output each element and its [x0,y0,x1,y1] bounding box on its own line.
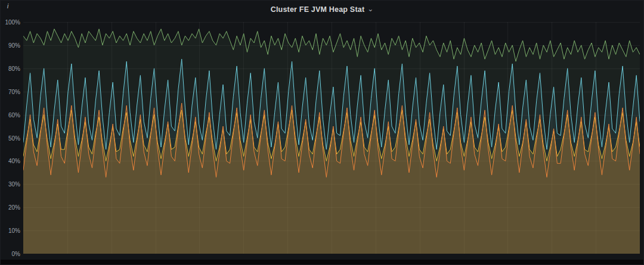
y-axis-label: 50% [1,135,20,142]
chart-plot-region: 100%90%80%70%60%50%40%30%20%10%0% [1,1,643,264]
y-axis-label: 80% [1,66,20,72]
y-axis-label: 10% [1,227,20,234]
y-axis-label: 20% [1,204,20,211]
y-axis-label: 100% [1,19,20,26]
y-axis-label: 0% [1,251,20,257]
x-axis-cropped-area [1,260,643,264]
grafana-panel: i Cluster FE JVM Heap Stat ⌄ 100%90%80%7… [0,0,644,265]
y-axis-label: 40% [1,158,20,164]
panel-header[interactable]: Cluster FE JVM Heap Stat ⌄ [1,1,643,18]
y-axis-label: 30% [1,181,20,188]
panel-info-icon[interactable]: i [4,2,12,10]
y-axis-label: 70% [1,89,20,95]
panel-title[interactable]: Cluster FE JVM Heap Stat [271,5,365,14]
y-axis-label: 90% [1,42,20,49]
y-axis-label: 60% [1,112,20,119]
info-icon: i [7,3,8,10]
chevron-down-icon: ⌄ [367,5,373,13]
heap-chart-canvas[interactable] [23,22,640,254]
